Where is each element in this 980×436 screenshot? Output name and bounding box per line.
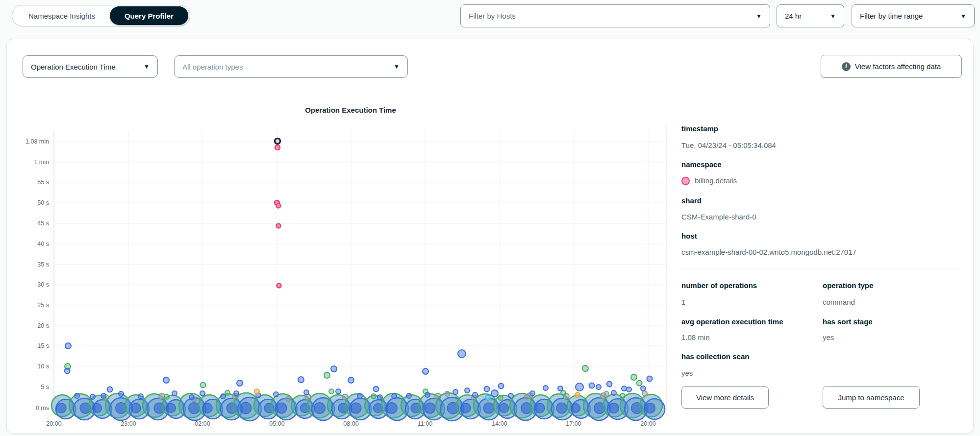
view-more-details-button[interactable]: View more details (681, 386, 769, 409)
data-point-blue[interactable] (189, 395, 194, 400)
data-point-blue[interactable] (589, 383, 595, 388)
data-point-blue[interactable] (627, 387, 631, 392)
data-point-blue[interactable] (530, 391, 535, 396)
data-point-blue[interactable] (348, 377, 354, 383)
data-point-blue[interactable] (274, 392, 278, 397)
data-point-blue[interactable] (107, 387, 113, 392)
data-point-blue[interactable] (641, 386, 646, 391)
cluster-bubble-core[interactable] (386, 403, 398, 414)
data-point-green[interactable] (201, 383, 206, 388)
data-point-cyan[interactable] (485, 395, 490, 400)
tab-query-profiler[interactable]: Query Profiler (110, 6, 188, 25)
data-point-blue[interactable] (90, 394, 95, 399)
data-point-green[interactable] (498, 395, 503, 400)
data-point-blue[interactable] (558, 386, 563, 391)
cluster-bubble-core[interactable] (556, 403, 567, 413)
data-point-blue[interactable] (392, 394, 397, 399)
cluster-bubble-core[interactable] (93, 404, 102, 413)
interval-select[interactable]: 24 hr ▼ (777, 4, 844, 27)
data-point-gray[interactable] (286, 396, 291, 401)
data-point-blue[interactable] (75, 393, 79, 398)
data-point-blue[interactable] (101, 393, 106, 398)
data-point-blue[interactable] (138, 394, 143, 399)
data-point-blue[interactable] (298, 377, 304, 383)
data-point-green[interactable] (164, 394, 169, 399)
data-point-blue[interactable] (357, 393, 362, 398)
data-point-green[interactable] (324, 372, 330, 378)
data-point-blue[interactable] (377, 395, 382, 400)
data-point-green[interactable] (582, 365, 588, 371)
data-point-blue[interactable] (491, 390, 498, 397)
data-point-green[interactable] (329, 389, 334, 394)
data-point-blue[interactable] (465, 388, 470, 393)
data-point-blue[interactable] (374, 387, 379, 392)
data-point-blue[interactable] (611, 390, 616, 395)
data-point-blue[interactable] (336, 389, 341, 394)
cluster-bubble-core[interactable] (609, 403, 619, 413)
cluster-bubble-core[interactable] (500, 404, 509, 413)
data-point-blue[interactable] (221, 394, 226, 399)
data-point-green[interactable] (225, 390, 230, 395)
data-point-yellow[interactable] (254, 389, 259, 394)
data-point-blue[interactable] (647, 376, 653, 382)
jump-to-namespace-button[interactable]: Jump to namespace (823, 386, 920, 409)
data-point-blue[interactable] (406, 393, 411, 398)
data-point-gray[interactable] (445, 391, 450, 396)
data-point-blue[interactable] (622, 386, 627, 391)
time-range-select[interactable]: Filter by time range ▼ (852, 4, 975, 27)
metric-select[interactable]: Operation Execution Time ▼ (23, 55, 158, 78)
data-point-blue[interactable] (484, 387, 490, 392)
data-point-gray[interactable] (604, 391, 609, 396)
data-point-pink[interactable] (276, 204, 281, 208)
data-point-blue[interactable] (237, 380, 243, 386)
data-point-pink[interactable] (276, 224, 281, 228)
data-point-blue[interactable] (425, 392, 430, 397)
data-point-blue[interactable] (423, 368, 428, 374)
data-point-blue[interactable] (607, 382, 612, 387)
selected-data-point[interactable] (275, 139, 280, 144)
cluster-bubble-core[interactable] (535, 403, 545, 413)
data-point-blue[interactable] (596, 385, 601, 389)
data-point-blue[interactable] (65, 368, 70, 374)
data-point-blue[interactable] (304, 390, 309, 395)
cluster-bubble-core[interactable] (167, 404, 176, 413)
data-point-green[interactable] (371, 394, 376, 399)
data-point-blue[interactable] (508, 393, 513, 398)
cluster-bubble-core[interactable] (425, 403, 435, 413)
view-factors-button[interactable]: i View factors affecting data (821, 55, 962, 78)
data-point-blue[interactable] (65, 343, 71, 349)
cluster-bubble-core[interactable] (645, 403, 655, 413)
cluster-bubble-core[interactable] (202, 403, 212, 413)
cluster-bubble-core[interactable] (461, 403, 471, 413)
data-point-blue[interactable] (331, 366, 337, 372)
data-point-green[interactable] (631, 374, 637, 380)
data-point-blue[interactable] (172, 391, 177, 396)
data-point-blue[interactable] (200, 391, 205, 396)
data-point-gray[interactable] (525, 394, 529, 399)
cluster-bubble-core[interactable] (131, 403, 141, 413)
data-point-blue[interactable] (234, 391, 239, 396)
data-point-blue[interactable] (453, 389, 458, 394)
data-point-pink[interactable] (277, 284, 281, 288)
data-point-green[interactable] (620, 393, 625, 398)
filter-by-hosts-select[interactable]: Filter by Hosts ▼ (460, 4, 770, 27)
cluster-bubble-core[interactable] (56, 403, 66, 413)
data-point-green[interactable] (637, 381, 642, 386)
data-point-blue[interactable] (543, 386, 548, 390)
data-point-green[interactable] (561, 390, 566, 395)
data-point-blue[interactable] (119, 391, 124, 396)
cluster-bubble-core[interactable] (276, 403, 287, 413)
tab-namespace-insights[interactable]: Namespace Insights (14, 6, 110, 25)
data-point-blue[interactable] (499, 384, 504, 389)
cluster-bubble-core[interactable] (483, 403, 494, 413)
cluster-bubble-core[interactable] (189, 403, 200, 414)
data-point-pink[interactable] (275, 145, 280, 150)
cluster-bubble-core[interactable] (314, 403, 326, 414)
data-point-blue[interactable] (473, 392, 477, 397)
execution-time-chart[interactable]: 20:0023:0002:0005:0008:0011:0014:0017:00… (0, 96, 679, 436)
cluster-bubble-core[interactable] (240, 402, 251, 413)
data-point-blue[interactable] (163, 377, 169, 383)
data-point-blue[interactable] (458, 350, 466, 358)
data-point-gray[interactable] (642, 391, 647, 396)
data-point-blue[interactable] (576, 383, 583, 391)
